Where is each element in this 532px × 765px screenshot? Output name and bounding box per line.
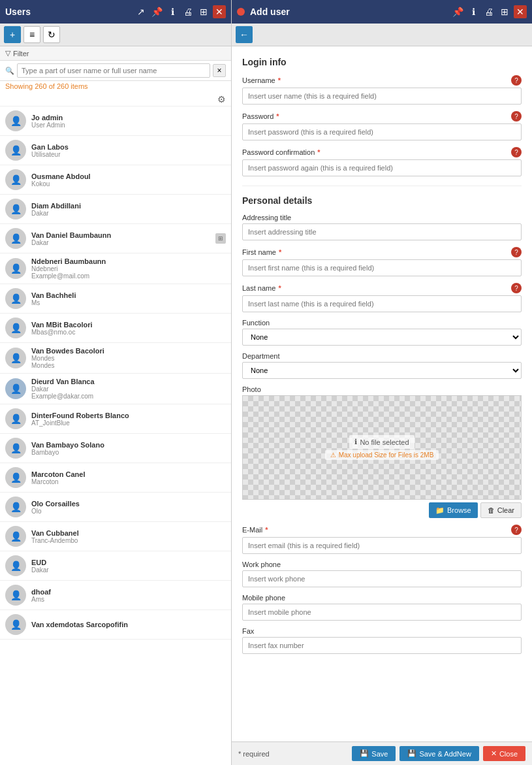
user-info: Van Bowdes Bacolori MondesMondes [31, 347, 226, 369]
pin-icon[interactable]: 📌 [150, 5, 163, 18]
right-export-icon[interactable]: ⊞ [498, 5, 511, 18]
list-item[interactable]: 👤 Dieurd Van Blanca DakarExample@dakar.c… [0, 374, 231, 404]
work-phone-label: Work phone [242, 561, 522, 568]
list-item[interactable]: 👤 Olo Corsailles Olo [0, 493, 231, 522]
search-input[interactable] [17, 63, 210, 78]
list-item[interactable]: 👤 Diam Abdillani Dakar [0, 195, 231, 224]
mobile-phone-input[interactable] [242, 604, 522, 621]
user-sub: Utilisateur [31, 151, 226, 158]
avatar: 👤 [5, 348, 26, 368]
right-close-icon[interactable]: ✕ [514, 5, 527, 18]
form-area: Login info Username * ? Password * ? Pas… [232, 46, 532, 741]
right-pin-icon[interactable]: 📌 [451, 5, 464, 18]
user-sub: Ms [31, 299, 226, 306]
fax-input[interactable] [242, 637, 522, 654]
user-info: Van xdemdotas Sarcopofifin [31, 621, 226, 628]
last-name-input[interactable] [242, 295, 522, 312]
list-item[interactable]: 👤 EUD Dakar [0, 551, 231, 581]
last-name-required: * [278, 284, 281, 292]
first-name-input[interactable] [242, 259, 522, 276]
search-clear-button[interactable]: × [213, 64, 226, 77]
avatar: 👤 [5, 614, 26, 635]
password-help-icon[interactable]: ? [511, 111, 522, 122]
work-phone-input[interactable] [242, 570, 522, 587]
add-user-button[interactable]: + [4, 26, 21, 43]
list-item[interactable]: 👤 Van xdemdotas Sarcopofifin [0, 610, 231, 640]
user-info: Van Bachheli Ms [31, 291, 226, 306]
user-sub: AT_JointBlue [31, 419, 226, 427]
avatar: 👤 [5, 378, 26, 399]
list-item[interactable]: 👤 Gan Labos Utilisateur [0, 136, 231, 165]
list-item[interactable]: 👤 Van Bambayo Solano Bambayo [0, 434, 231, 463]
left-panel-title: Users [5, 7, 31, 17]
email-help-icon[interactable]: ? [511, 525, 522, 535]
list-item[interactable]: 👤 Van Daniel Baumbaunn Dakar ⊞ [0, 224, 231, 253]
save-button[interactable]: 💾 Save [352, 746, 396, 761]
list-item[interactable]: 👤 Marcoton Canel Marcoton [0, 463, 231, 493]
password-confirm-required: * [317, 148, 320, 156]
list-item[interactable]: 👤 Van MBit Bacolori Mbas@nmo.oc [0, 314, 231, 343]
fax-group: Fax [242, 627, 522, 654]
department-select[interactable]: None [242, 362, 522, 379]
password-required: * [276, 112, 279, 120]
function-select[interactable]: None [242, 329, 522, 346]
user-name: Van MBit Bacolori [31, 321, 226, 329]
last-name-label: Last name * ? [242, 283, 522, 293]
password-confirm-help-icon[interactable]: ? [511, 147, 522, 157]
user-name: EUD [31, 559, 226, 566]
right-print-icon[interactable]: 🖨 [482, 5, 495, 18]
right-panel-title: Add user [250, 7, 290, 17]
photo-upload-area: ℹ No file selected ⚠ Max upload Size for… [242, 395, 522, 500]
list-item[interactable]: 👤 Van Cubbanel Tranc-Andembo [0, 522, 231, 551]
user-sub: MondesMondes [31, 355, 226, 369]
list-item[interactable]: 👤 Van Bowdes Bacolori MondesMondes [0, 343, 231, 374]
section-divider [242, 186, 522, 186]
department-group: Department None [242, 352, 522, 379]
list-item[interactable]: 👤 Ndebneri Baumbaunn NdebneriExample@mai… [0, 253, 231, 284]
left-close-icon[interactable]: ✕ [213, 5, 226, 18]
list-item[interactable]: 👤 Van Bachheli Ms [0, 284, 231, 314]
refresh-button[interactable]: ↻ [43, 26, 60, 43]
last-name-group: Last name * ? [242, 283, 522, 312]
back-button[interactable]: ← [236, 26, 253, 43]
username-input[interactable] [242, 88, 522, 105]
print-icon[interactable]: 🖨 [181, 5, 195, 18]
list-view-button[interactable]: ≡ [23, 26, 40, 43]
email-input[interactable] [242, 537, 522, 554]
addressing-title-input[interactable] [242, 223, 522, 240]
list-item[interactable]: 👤 dhoaf Ams [0, 581, 231, 610]
columns-gear-icon[interactable]: ⚙ [217, 94, 226, 105]
clear-photo-button[interactable]: 🗑 Clear [480, 502, 522, 518]
list-item[interactable]: 👤 DinterFound Roberts Blanco AT_JointBlu… [0, 404, 231, 434]
browse-button[interactable]: 📁 Browse [429, 502, 478, 518]
user-info: Marcoton Canel Marcoton [31, 470, 226, 485]
user-info: Olo Corsailles Olo [31, 500, 226, 515]
mobile-phone-group: Mobile phone [242, 594, 522, 621]
first-name-help-icon[interactable]: ? [511, 247, 522, 257]
save-add-icon: 💾 [407, 749, 416, 758]
user-name: Gan Labos [31, 143, 226, 151]
user-name: Van Bambayo Solano [31, 441, 226, 449]
mobile-phone-label: Mobile phone [242, 594, 522, 602]
info-icon[interactable]: ℹ [166, 5, 179, 18]
list-item[interactable]: 👤 Jo admin User Admin [0, 106, 231, 136]
password-input[interactable] [242, 123, 522, 140]
photo-no-file-text: ℹ No file selected [349, 435, 414, 449]
close-footer-button[interactable]: ✕ Close [483, 746, 525, 761]
password-confirm-input[interactable] [242, 159, 522, 176]
left-toolbar: + ≡ ↻ [0, 24, 231, 46]
login-info-title: Login info [242, 57, 522, 67]
last-name-help-icon[interactable]: ? [511, 283, 522, 293]
right-info-icon[interactable]: ℹ [467, 5, 480, 18]
save-add-button[interactable]: 💾 Save & AddNew [399, 746, 479, 761]
username-help-icon[interactable]: ? [511, 75, 522, 86]
username-group: Username * ? [242, 75, 522, 105]
avatar: 👤 [5, 140, 26, 161]
user-sub: Dakar [31, 210, 226, 217]
username-required: * [278, 76, 281, 84]
function-group: Function None [242, 319, 522, 346]
user-name: Van Daniel Baumbaunn [31, 231, 215, 239]
export2-icon[interactable]: ⊞ [197, 5, 210, 18]
list-item[interactable]: 👤 Ousmane Abdoul Kokou [0, 165, 231, 195]
export-icon[interactable]: ↗ [134, 5, 148, 18]
